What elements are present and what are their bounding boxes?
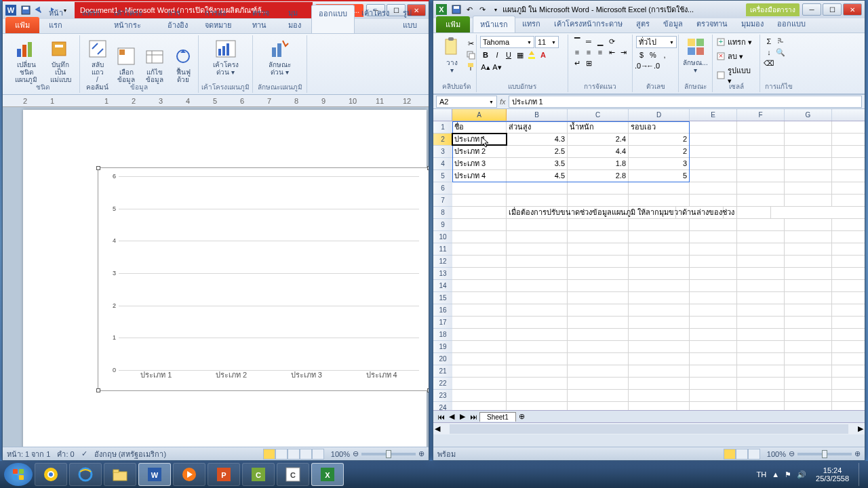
cell[interactable]: 2 xyxy=(629,146,690,157)
row-header[interactable]: 13 xyxy=(433,268,452,280)
word-count[interactable]: คำ: 0 xyxy=(57,448,74,460)
row-header[interactable]: 6 xyxy=(433,182,452,195)
number-format-select[interactable]: ทั่วไป▼ xyxy=(636,36,677,48)
cell[interactable] xyxy=(785,317,832,328)
comma-icon[interactable]: , xyxy=(659,49,670,60)
cell[interactable] xyxy=(690,268,737,279)
column-header[interactable]: D xyxy=(629,109,690,121)
sheet-nav-prev[interactable]: ◀ xyxy=(447,412,456,422)
cell[interactable] xyxy=(629,365,690,377)
sheet-nav-last[interactable]: ⏭ xyxy=(469,412,478,422)
cell[interactable] xyxy=(629,329,690,340)
bold-icon[interactable]: B xyxy=(480,49,491,60)
cell[interactable] xyxy=(785,268,832,279)
cell[interactable] xyxy=(737,256,785,267)
edit-data-button[interactable]: แก้ไขข้อมูล xyxy=(141,44,168,85)
cell[interactable]: 4.3 xyxy=(507,134,568,145)
cell[interactable] xyxy=(737,378,785,389)
refresh-data-button[interactable]: ฟื้นฟูด้วย xyxy=(170,44,197,85)
word-document-area[interactable]: 2112345678910111213 0123456 ประเภท 1ประเ… xyxy=(3,95,429,447)
cell[interactable]: 5 xyxy=(629,170,690,182)
row-header[interactable]: 14 xyxy=(433,280,452,292)
sheet-nav-next[interactable]: ▶ xyxy=(458,412,467,422)
cell[interactable] xyxy=(452,304,507,316)
cell[interactable] xyxy=(737,365,785,377)
cell[interactable] xyxy=(629,353,690,365)
word-file-button[interactable]: แฟ้ม xyxy=(5,17,39,33)
align-right-icon[interactable]: ≡ xyxy=(595,47,606,58)
cell[interactable] xyxy=(690,182,737,194)
cell[interactable] xyxy=(568,231,629,243)
cell[interactable] xyxy=(785,219,832,230)
cell[interactable] xyxy=(568,243,629,255)
cell[interactable] xyxy=(690,317,737,328)
wrap-text-icon[interactable]: ↵ xyxy=(572,58,583,68)
row-header[interactable]: 2 xyxy=(433,134,452,146)
cell[interactable] xyxy=(452,378,507,389)
cell[interactable] xyxy=(452,317,507,328)
cell[interactable] xyxy=(452,231,507,243)
cell[interactable] xyxy=(507,402,568,410)
cell[interactable] xyxy=(452,195,507,206)
cell[interactable] xyxy=(629,219,690,230)
paste-button[interactable]: วาง▾ xyxy=(439,36,464,74)
excel-context-tab[interactable]: เครื่องมือตาราง xyxy=(746,3,800,16)
cell[interactable] xyxy=(737,341,785,352)
volume-icon[interactable]: 🔊 xyxy=(797,470,806,479)
cell[interactable] xyxy=(737,195,785,206)
cell[interactable] xyxy=(507,390,568,401)
cell[interactable] xyxy=(690,219,737,230)
cell-styles-button[interactable]: ลักษณ...▾ xyxy=(682,36,709,74)
cell[interactable] xyxy=(690,121,737,133)
page-count[interactable]: หน้า: 1 จาก 1 xyxy=(7,448,50,460)
sheet-tab[interactable]: Sheet1 xyxy=(479,412,516,422)
row-header[interactable]: 8 xyxy=(433,207,452,219)
increase-font-icon[interactable]: A▴ xyxy=(480,62,491,73)
zoom-slider[interactable] xyxy=(361,453,416,455)
cell[interactable] xyxy=(785,390,832,401)
cell[interactable] xyxy=(690,304,737,316)
zoom-out-button[interactable]: ⊖ xyxy=(353,449,359,458)
cell[interactable] xyxy=(507,268,568,279)
document-page[interactable]: 0123456 ประเภท 1ประเภท 2ประเภท 3ประเภท 4 xyxy=(23,110,427,447)
indent-increase-icon[interactable]: ⇥ xyxy=(618,47,629,58)
zoom-in-button[interactable]: ⊕ xyxy=(418,449,425,458)
cell[interactable] xyxy=(785,134,832,145)
italic-icon[interactable]: I xyxy=(492,49,502,60)
cell[interactable] xyxy=(690,390,737,401)
orientation-icon[interactable]: ⟳ xyxy=(606,36,617,47)
align-bottom-icon[interactable]: ▁ xyxy=(595,36,606,47)
cell[interactable] xyxy=(452,243,507,255)
cell[interactable] xyxy=(629,390,690,401)
cell[interactable] xyxy=(568,219,629,230)
ribbon-tab[interactable]: หน้าแรก xyxy=(42,5,75,33)
cell[interactable] xyxy=(785,243,832,255)
ribbon-tab[interactable]: ออกแบบ xyxy=(770,16,812,33)
cell[interactable] xyxy=(785,353,832,365)
cell[interactable] xyxy=(785,292,832,304)
cell[interactable]: ประเภท 4 xyxy=(452,170,507,182)
fill-icon[interactable]: ↓ xyxy=(764,47,774,58)
cell[interactable] xyxy=(507,231,568,243)
excel-file-button[interactable]: แฟ้ม xyxy=(436,16,470,33)
row-header[interactable]: 21 xyxy=(433,365,452,378)
cell[interactable] xyxy=(737,280,785,291)
cell[interactable] xyxy=(690,365,737,377)
cell[interactable] xyxy=(452,341,507,352)
ribbon-tab[interactable]: การส่งจดหมาย xyxy=(198,5,245,33)
cell[interactable] xyxy=(690,243,737,255)
redo-icon[interactable]: ↷ xyxy=(477,4,488,15)
column-header[interactable]: F xyxy=(737,109,785,121)
zoom-slider[interactable] xyxy=(797,453,852,455)
new-sheet-icon[interactable]: ⊕ xyxy=(517,412,527,422)
cell[interactable] xyxy=(568,182,629,194)
cell[interactable] xyxy=(737,243,785,255)
indent-decrease-icon[interactable]: ⇤ xyxy=(606,47,617,58)
cell[interactable] xyxy=(737,402,785,410)
format-painter-icon[interactable] xyxy=(465,61,476,72)
cell[interactable] xyxy=(629,243,690,255)
cell[interactable] xyxy=(507,341,568,352)
cell[interactable] xyxy=(690,280,737,291)
cell[interactable] xyxy=(737,268,785,279)
ribbon-tab[interactable]: ออกแบบ xyxy=(311,5,355,33)
